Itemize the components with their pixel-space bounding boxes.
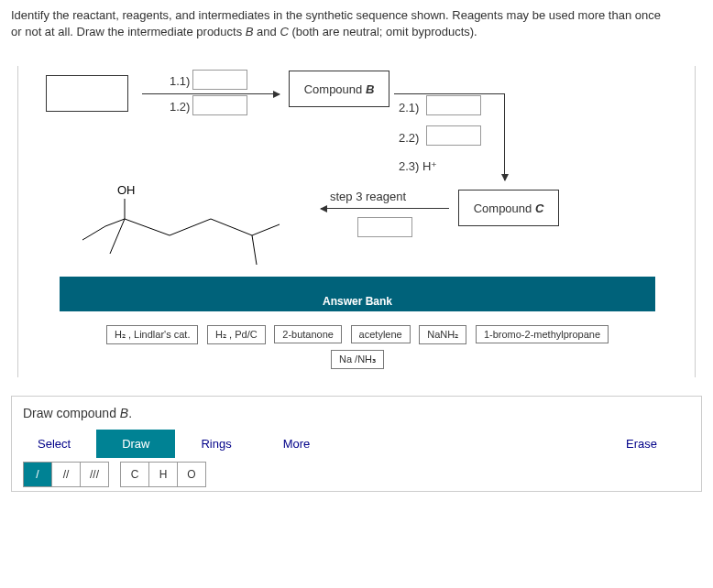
step-2-1-dropzone[interactable] xyxy=(426,95,481,115)
oxygen-button[interactable]: O xyxy=(177,462,206,487)
bank-top-bar xyxy=(60,277,655,291)
svg-line-6 xyxy=(211,219,252,235)
svg-line-7 xyxy=(252,224,280,235)
q-line2c: and xyxy=(253,25,280,38)
bond-tools: / // /// xyxy=(23,462,109,487)
step-3-dropzone[interactable] xyxy=(357,217,412,237)
tab-erase[interactable]: Erase xyxy=(600,430,683,458)
hydrogen-button[interactable]: H xyxy=(148,462,178,487)
bank-item[interactable]: acetylene xyxy=(351,325,411,343)
arrow-3 xyxy=(321,208,449,209)
q-line2a: or not at all. Draw the intermediate pro… xyxy=(11,25,246,38)
step-2-3-label: 2.3) H⁺ xyxy=(399,159,437,173)
bank-item[interactable]: H₂ , Lindlar's cat. xyxy=(106,325,199,344)
double-bond-button[interactable]: // xyxy=(51,462,81,487)
q-d: C xyxy=(280,25,288,38)
draw-tabs: Select Draw Rings More Erase xyxy=(12,430,701,458)
compound-c-label-a: Compound xyxy=(474,201,532,215)
bank-item[interactable]: 1-bromo-2-methylpropane xyxy=(476,325,609,343)
tab-rings[interactable]: Rings xyxy=(175,430,257,458)
tool-row: / // /// C H O xyxy=(12,458,701,491)
svg-line-5 xyxy=(170,219,211,235)
step-1-2-dropzone[interactable] xyxy=(192,95,247,115)
draw-title-b: B xyxy=(120,406,128,420)
compound-b-label-b: B xyxy=(366,82,374,96)
triple-bond-button[interactable]: /// xyxy=(80,462,109,487)
reactant-dropzone[interactable] xyxy=(46,75,128,112)
answer-bank: H₂ , Lindlar's cat. H₂ , Pd/C 2-butanone… xyxy=(60,311,655,383)
molecule-svg: OH xyxy=(73,180,284,267)
answer-bank-title: Answer Bank xyxy=(60,291,655,311)
compound-c-box: Compound C xyxy=(458,190,559,226)
single-bond-button[interactable]: / xyxy=(23,462,52,487)
arrow-2 xyxy=(504,93,505,180)
bank-item[interactable]: Na /NH₃ xyxy=(331,350,384,369)
step-1-2-label: 1.2) xyxy=(170,100,190,114)
draw-panel: Draw compound B. Select Draw Rings More … xyxy=(11,396,702,492)
tab-more[interactable]: More xyxy=(258,430,336,458)
compound-c-label-b: C xyxy=(535,201,543,215)
arrow-1 xyxy=(142,93,280,94)
bank-item[interactable]: NaNH₂ xyxy=(419,325,466,344)
step-2-2-dropzone[interactable] xyxy=(426,125,481,146)
svg-line-4 xyxy=(125,219,170,235)
q-line2e: (both are neutral; omit byproducts). xyxy=(289,25,477,38)
question-text: Identify the reactant, reagents, and int… xyxy=(0,0,713,48)
svg-line-8 xyxy=(252,235,257,265)
reaction-diagram: 1.1) 1.2) Compound B 2.1) 2.2) 2.3) H⁺ C… xyxy=(17,66,696,377)
step-2-2-label: 2.2) xyxy=(399,131,419,145)
compound-b-box: Compound B xyxy=(289,71,389,107)
svg-line-1 xyxy=(82,226,105,240)
step-3-label: step 3 reagent xyxy=(330,190,406,203)
bank-item[interactable]: H₂ , Pd/C xyxy=(207,325,266,344)
tab-draw[interactable]: Draw xyxy=(96,430,175,458)
q-line1: Identify the reactant, reagents, and int… xyxy=(11,8,661,22)
step-1-1-label: 1.1) xyxy=(170,74,190,88)
bank-item[interactable]: 2-butanone xyxy=(274,325,342,343)
product-molecule: OH xyxy=(73,180,284,270)
draw-title-a: Draw compound xyxy=(23,406,120,420)
carbon-button[interactable]: C xyxy=(120,462,149,487)
oh-label: OH xyxy=(117,183,136,197)
compound-b-label-a: Compound xyxy=(304,82,363,96)
arrow-2-lead xyxy=(394,93,504,94)
tab-select[interactable]: Select xyxy=(12,430,96,458)
atom-tools: C H O xyxy=(120,462,206,487)
step-2-1-label: 2.1) xyxy=(399,101,419,114)
step-1-1-dropzone[interactable] xyxy=(192,70,247,90)
draw-title: Draw compound B. xyxy=(12,397,701,430)
draw-title-c: . xyxy=(128,406,132,420)
